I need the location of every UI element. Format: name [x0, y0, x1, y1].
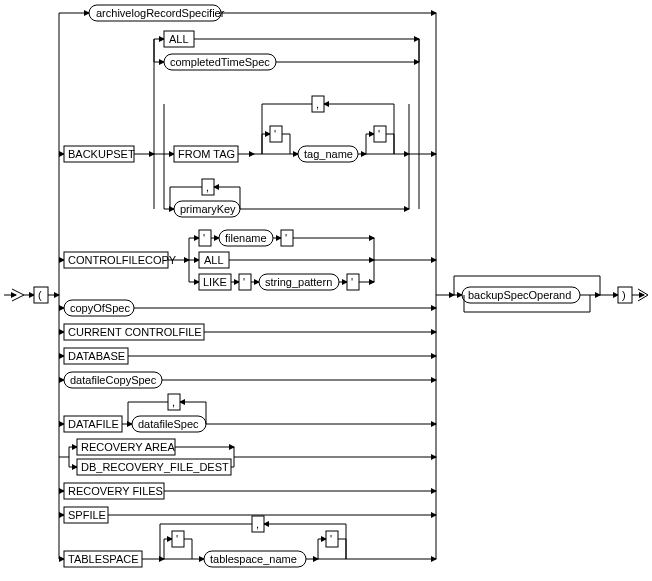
tablespace_name-node[interactable]: tablespace_name [210, 553, 297, 565]
DATABASE-kw: DATABASE [68, 350, 125, 362]
quote-6: ' [351, 276, 353, 288]
RECOVERY-AREA-kw: RECOVERY AREA [81, 441, 175, 453]
quote-7: ' [176, 533, 178, 545]
completedTimeSpec-node[interactable]: completedTimeSpec [170, 56, 270, 68]
datafileSpec-node[interactable]: datafileSpec [138, 418, 199, 430]
LIKE-kw: LIKE [203, 276, 227, 288]
tag_name-node[interactable]: tag_name [304, 148, 353, 160]
quote-8: ' [330, 533, 332, 545]
DATAFILE-kw: DATAFILE [68, 418, 119, 430]
comma-2: , [206, 181, 209, 193]
quote-4: ' [285, 232, 287, 244]
quote-5: ' [243, 276, 245, 288]
ALL-kw-2: ALL [204, 254, 224, 266]
DB_RECOVERY_FILE_DEST-kw: DB_RECOVERY_FILE_DEST [81, 461, 229, 473]
backupSpecOperand-node[interactable]: backupSpecOperand [468, 289, 571, 301]
quote-1: ' [274, 128, 276, 140]
filename-node[interactable]: filename [225, 232, 267, 244]
comma-3: , [172, 396, 175, 408]
TABLESPACE-kw: TABLESPACE [68, 553, 139, 565]
quote-3: ' [203, 232, 205, 244]
string_pattern-node[interactable]: string_pattern [265, 276, 332, 288]
quote-2: ' [378, 128, 380, 140]
open-paren: ( [38, 289, 42, 301]
CONTROLFILECOPY-kw: CONTROLFILECOPY [68, 254, 177, 266]
BACKUPSET-kw: BACKUPSET [68, 148, 135, 160]
SPFILE-kw: SPFILE [68, 509, 106, 521]
comma-1: , [316, 98, 319, 110]
ALL-kw-1: ALL [169, 33, 189, 45]
primaryKey-node[interactable]: primaryKey [180, 203, 236, 215]
archivelogRecordSpecifier-node[interactable]: archivelogRecordSpecifier [96, 7, 225, 19]
comma-4: , [256, 518, 259, 530]
syntax-diagram: ( archivelogRecordSpecifier BACKUPSET AL… [4, 4, 648, 579]
datafileCopySpec-node[interactable]: datafileCopySpec [70, 374, 157, 386]
RECOVERY-FILES-kw: RECOVERY FILES [68, 485, 163, 497]
FROM-TAG-kw: FROM TAG [178, 148, 235, 160]
copyOfSpec-node[interactable]: copyOfSpec [70, 302, 130, 314]
close-paren: ) [622, 289, 626, 301]
CURRENT-CONTROLFILE-kw: CURRENT CONTROLFILE [68, 326, 202, 338]
